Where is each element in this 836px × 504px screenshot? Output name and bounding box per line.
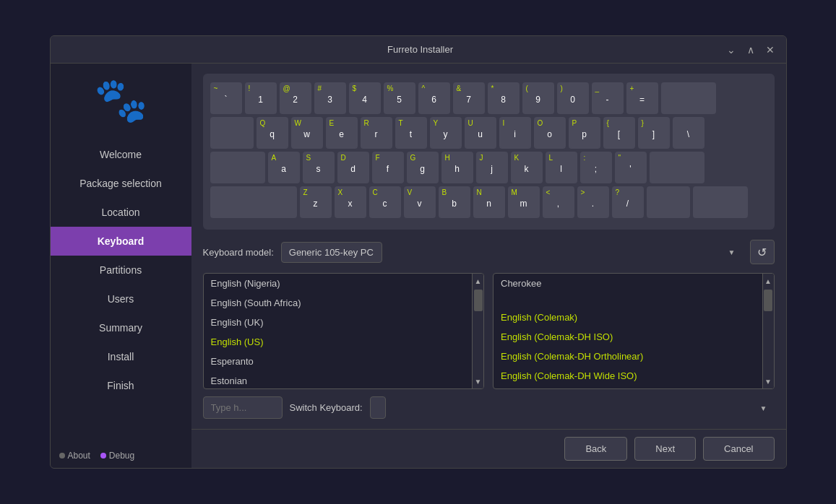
key-b[interactable]: Bb <box>439 186 470 218</box>
key-q[interactable]: Qq <box>257 117 288 149</box>
key-period[interactable]: >. <box>577 186 609 218</box>
key-k[interactable]: Kk <box>511 152 543 183</box>
list-item[interactable]: English (Colemak-DH Wide ISO) <box>494 366 762 386</box>
key-l[interactable]: Ll <box>546 152 577 183</box>
list-item[interactable]: Estonian <box>204 371 473 388</box>
key-1[interactable]: !1 <box>245 82 277 114</box>
key-h[interactable]: Hh <box>441 152 473 183</box>
key-rshift1[interactable] <box>647 186 690 218</box>
sidebar-item-keyboard[interactable]: Keyboard <box>51 227 191 256</box>
right-scrollbar: ▲ ▼ <box>762 274 774 388</box>
key-enter[interactable] <box>650 152 704 183</box>
key-8[interactable]: *8 <box>488 82 520 114</box>
key-y[interactable]: Yy <box>430 117 462 149</box>
key-slash[interactable]: ?/ <box>612 186 644 218</box>
key-p[interactable]: Pp <box>569 117 600 149</box>
language-list-left: English (Nigeria) English (South Africa)… <box>203 273 485 389</box>
list-item[interactable]: Cherokee <box>494 274 762 293</box>
scroll-up-button[interactable]: ▲ <box>473 274 483 288</box>
cancel-button[interactable]: Cancel <box>703 437 774 461</box>
close-button[interactable]: ✕ <box>763 43 777 57</box>
next-button[interactable]: Next <box>634 437 696 461</box>
debug-button[interactable]: Debug <box>100 451 134 461</box>
sidebar-item-location[interactable]: Location <box>51 198 191 227</box>
list-item[interactable]: Esperanto <box>204 352 473 371</box>
about-button[interactable]: About <box>59 451 90 461</box>
key-tab[interactable] <box>210 117 254 149</box>
sidebar: 🐾 Welcome Package selection Location Key… <box>51 64 191 468</box>
key-equals[interactable]: += <box>626 82 658 114</box>
sidebar-item-partitions[interactable]: Partitions <box>51 256 191 284</box>
key-backslash[interactable]: \ <box>673 117 704 149</box>
key-w[interactable]: Ww <box>291 117 323 149</box>
keyboard-model-row: Keyboard model: Generic 105-key PC ↺ <box>203 240 775 264</box>
list-item[interactable]: English (US) <box>204 332 473 352</box>
key-backtick[interactable]: ~` <box>210 82 242 114</box>
key-o[interactable]: Oo <box>534 117 566 149</box>
minimize-button[interactable]: ⌄ <box>724 43 738 57</box>
key-minus[interactable]: _- <box>592 82 624 114</box>
list-item[interactable]: English (Colemak-DH ISO) <box>494 327 762 347</box>
language-list-right: Cherokee English (Colemak) English (Cole… <box>493 273 775 389</box>
sidebar-item-users[interactable]: Users <box>51 284 191 313</box>
key-semicolon[interactable]: :; <box>580 152 612 183</box>
language-lists: English (Nigeria) English (South Africa)… <box>203 273 775 389</box>
key-0[interactable]: )0 <box>557 82 589 114</box>
scroll-up-button[interactable]: ▲ <box>763 274 774 288</box>
key-v[interactable]: Vv <box>404 186 436 218</box>
keyboard-model-select[interactable]: Generic 105-key PC <box>281 242 382 263</box>
titlebar: Furreto Installer ⌄ ∧ ✕ <box>51 36 786 64</box>
list-item[interactable]: English (Colemak-DH Ortholinear) <box>494 347 762 366</box>
key-n[interactable]: Nn <box>473 186 505 218</box>
key-t[interactable]: Tt <box>395 117 427 149</box>
key-f[interactable]: Ff <box>372 152 404 183</box>
sidebar-item-finish[interactable]: Finish <box>51 371 191 400</box>
kbd-row-1: ~` !1 @2 #3 $4 %5 ^6 &7 *8 (9 )0 _- += <box>210 82 767 114</box>
sidebar-item-welcome[interactable]: Welcome <box>51 140 191 169</box>
sidebar-item-summary[interactable]: Summary <box>51 313 191 342</box>
key-a[interactable]: Aa <box>268 152 300 183</box>
key-7[interactable]: &7 <box>453 82 485 114</box>
switch-keyboard-select[interactable] <box>370 396 386 419</box>
scroll-down-button[interactable]: ▼ <box>473 374 483 388</box>
key-4[interactable]: $4 <box>349 82 381 114</box>
key-3[interactable]: #3 <box>314 82 346 114</box>
key-x[interactable]: Xx <box>335 186 366 218</box>
key-5[interactable]: %5 <box>384 82 415 114</box>
key-r[interactable]: Rr <box>361 117 392 149</box>
key-m[interactable]: Mm <box>508 186 540 218</box>
key-lbracket[interactable]: {[ <box>603 117 635 149</box>
list-item[interactable]: English (South Africa) <box>204 293 473 313</box>
key-d[interactable]: Dd <box>337 152 369 183</box>
list-item[interactable]: English (UK) <box>204 313 473 332</box>
key-u[interactable]: Uu <box>465 117 496 149</box>
key-i[interactable]: Ii <box>499 117 531 149</box>
key-comma[interactable]: <, <box>543 186 574 218</box>
key-e[interactable]: Ee <box>326 117 358 149</box>
key-g[interactable]: Gg <box>407 152 439 183</box>
key-lshift[interactable] <box>210 186 297 218</box>
key-z[interactable]: Zz <box>300 186 332 218</box>
main-content: 🐾 Welcome Package selection Location Key… <box>51 64 786 468</box>
key-s[interactable]: Ss <box>303 152 335 183</box>
key-6[interactable]: ^6 <box>418 82 450 114</box>
refresh-button[interactable]: ↺ <box>750 240 775 264</box>
list-item[interactable] <box>494 293 762 308</box>
key-2[interactable]: @2 <box>280 82 311 114</box>
back-button[interactable]: Back <box>564 437 627 461</box>
sidebar-item-package-selection[interactable]: Package selection <box>51 169 191 198</box>
key-capslock[interactable] <box>210 152 265 183</box>
list-item[interactable]: English (Colemak) <box>494 308 762 327</box>
key-c[interactable]: Cc <box>369 186 401 218</box>
key-rshift2[interactable] <box>693 186 748 218</box>
list-item[interactable]: English (Nigeria) <box>204 274 473 293</box>
key-backspace[interactable] <box>661 82 716 114</box>
key-9[interactable]: (9 <box>522 82 554 114</box>
key-quote[interactable]: "' <box>615 152 647 183</box>
maximize-button[interactable]: ∧ <box>744 43 757 57</box>
key-rbracket[interactable]: }] <box>638 117 670 149</box>
key-j[interactable]: Jj <box>476 152 508 183</box>
sidebar-item-install[interactable]: Install <box>51 342 191 371</box>
scroll-down-button[interactable]: ▼ <box>763 374 774 388</box>
type-here-input[interactable] <box>203 396 283 419</box>
